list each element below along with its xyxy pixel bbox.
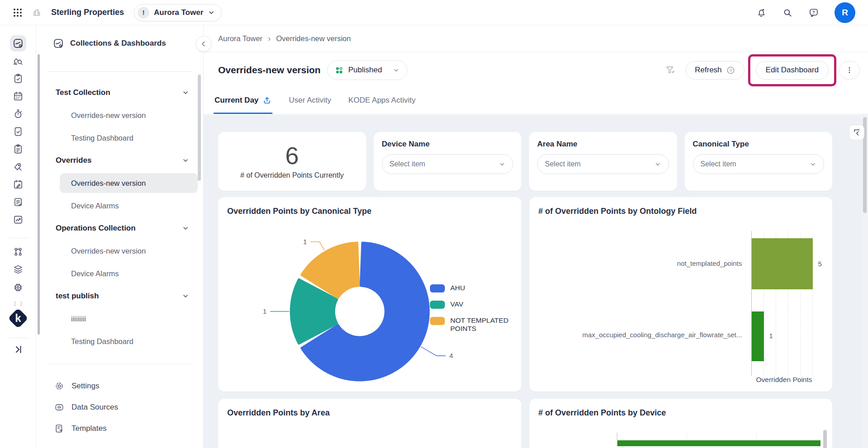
legend-item-ahu[interactable]: AHU [430,284,518,292]
charts-row-1: Overridden Points by Canonical Type 411 … [218,197,832,391]
filters-row: 6 # of Overridden Points Currently Devic… [218,132,832,191]
sidebar-section-test-publish[interactable]: test publish [36,285,203,307]
sidebar-scrollbar[interactable] [198,75,201,181]
rail-scrollbar[interactable] [38,54,40,335]
kode-logo[interactable]: k [6,306,30,330]
breadcrumb-parent[interactable]: Aurora Tower [218,34,262,43]
rail-item-dashboards-icon[interactable] [10,35,26,52]
rail-item-calendar-icon[interactable] [10,88,26,104]
legend-item-vav[interactable]: VAV [430,300,518,309]
device-bar [617,440,820,446]
device-chart-card: # of Overridden Points by Device [529,399,833,448]
canonical-type-select[interactable]: Select item [693,154,825,174]
rail-item-workflow-nodes-icon[interactable] [10,244,26,260]
divider [47,71,193,72]
legend-swatch [430,301,445,309]
item-label: Device Alarms [36,202,119,210]
status-dropdown[interactable]: Published [327,60,407,80]
tab-user-activity[interactable]: User Activity [288,88,332,114]
icon-rail: k [0,25,36,448]
select-placeholder: Select item [701,160,736,168]
more-menu-button[interactable] [839,61,860,80]
help-icon[interactable]: ? [808,7,819,18]
main-scrollbar[interactable] [862,114,868,448]
sidebar-item-device-alarms[interactable]: Device Alarms [36,262,203,285]
device-name-select[interactable]: Select item [382,154,514,174]
tab-label: User Activity [289,96,331,105]
item-label: Testing Dashboard [36,134,134,142]
apps-grid-icon[interactable] [13,8,23,18]
upload-icon[interactable] [262,96,272,105]
refresh-button[interactable]: Refresh ? [686,61,744,80]
chevron-down-icon [182,157,189,164]
notifications-bell-icon[interactable] [756,7,767,18]
annotation-highlight: Edit Dashboard [748,54,836,86]
sidebar-item-testing-dashboard[interactable]: Testing Dashboard [36,127,203,149]
ontology-chart-card: # of Overridden Points by Ontology Field… [529,197,833,391]
sidebar-footer-settings[interactable]: Settings [36,375,203,396]
category-label: not_templated_points [529,259,742,267]
footer-label: Data Sources [72,403,118,412]
rail-item-chip-icon[interactable] [10,279,26,296]
rail-item-calendar-edit-icon[interactable] [10,176,26,193]
sidebar-item-iiiiiiiii[interactable]: iiiiiiiii [36,307,203,330]
item-label: Overrides-new version [36,111,146,120]
site-selector[interactable]: ! Aurora Tower [134,4,222,21]
data-label: 5 [818,260,822,268]
rail-item-clipboard-list-icon[interactable] [10,141,26,157]
sidebar-footer-data-sources[interactable]: Data Sources [36,396,203,418]
data-label: 1 [263,307,267,315]
rail-item-layers-icon[interactable] [10,261,26,278]
avatar[interactable]: R [835,2,855,23]
tab-current-day[interactable]: Current Day [214,88,272,114]
rail-item-building-search-icon[interactable] [10,53,26,69]
rail-item-note-check-icon[interactable] [10,194,26,210]
filter-funnel-icon[interactable] [664,64,676,76]
bar-0[interactable] [752,238,813,289]
sidebar-item-overrides-new-version[interactable]: Overrides-new version [36,240,203,262]
area-name-select[interactable]: Select item [537,154,669,174]
edit-dashboard-button[interactable]: Edit Dashboard [756,61,829,80]
sidebar-section-overrides[interactable]: Overrides [36,149,203,172]
item-label: Testing Dashboard [36,337,134,346]
tab-kode-apps-activity[interactable]: KODE Apps Activity [348,88,416,114]
rail-item-stopwatch-icon[interactable] [10,106,26,122]
sidebar-item-overrides-new-version[interactable]: Overrides-new version [36,104,203,127]
rail-item-file-check-icon[interactable] [10,123,26,140]
chevron-down-icon [182,89,189,96]
item-label: Overrides-new version [36,179,146,188]
chevron-down-icon [182,225,189,232]
rail-item-tag-edit-icon[interactable] [10,159,26,175]
tab-bar: Current DayUser ActivityKODE Apps Activi… [204,88,868,114]
sidebar-collapse-button[interactable] [196,36,211,52]
sidebar-item-device-alarms[interactable]: Device Alarms [36,194,203,217]
area-chart-card: Overridden Points by Area [218,399,521,448]
bar-1[interactable] [752,311,764,361]
sidebar-header-label: Collections & Dashboards [70,39,166,48]
sidebar-footer-templates[interactable]: Templates [36,418,203,439]
select-placeholder: Select item [545,160,581,168]
rail-item-clipboard-check-icon[interactable] [10,71,26,87]
breadcrumb: Aurora Tower › Overrides-new version [204,25,868,52]
data-sources-icon [54,402,64,412]
sidebar-item-overrides-new-version[interactable]: Overrides-new version [36,172,203,194]
gridline [756,433,757,440]
sidebar-section-operations-collection[interactable]: Operations Collection [36,217,203,240]
sidebar-item-testing-dashboard[interactable]: Testing Dashboard [36,330,203,353]
x-axis-label: Overridden Points [746,376,823,384]
category-label: max_occupied_cooling_discharge_air_flowr… [529,331,742,339]
filter-card-canonical-type: Canonical Type Select item [685,132,833,191]
filter-card-device-name: Device Name Select item [374,132,522,191]
chart-scrollbar[interactable] [823,430,827,448]
panel-collapse-button[interactable] [849,125,864,140]
status-badge: Published [348,66,382,75]
select-placeholder: Select item [390,160,425,168]
rail-item-chart-image-icon[interactable] [10,212,26,228]
section-label: Operations Collection [36,224,136,233]
sidebar-section-test-collection[interactable]: Test Collection [36,81,203,104]
filter-label: Area Name [537,140,669,149]
legend-item-not-templated-points[interactable]: NOT TEMPLATED POINTS [430,316,518,333]
section-label: Test Collection [36,88,110,97]
collapse-rail-button[interactable] [10,341,26,358]
search-icon[interactable] [782,7,793,18]
